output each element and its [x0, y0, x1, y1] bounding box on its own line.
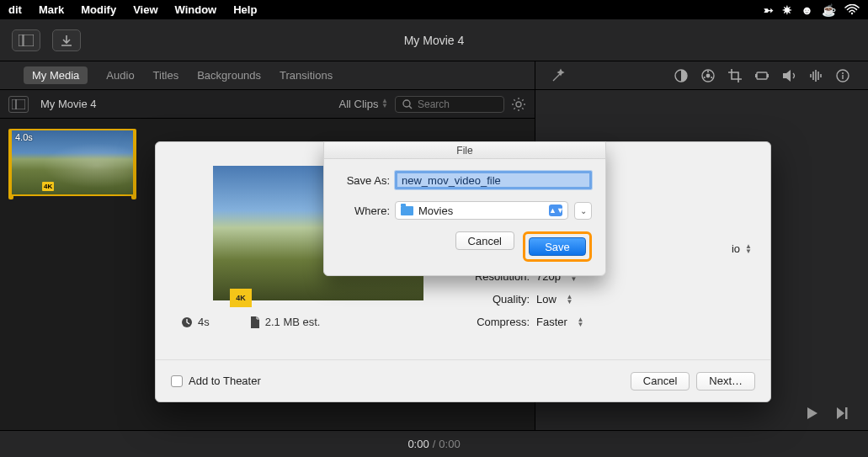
svg-point-0 — [851, 13, 853, 14]
menu-item-modify[interactable]: Modify — [81, 3, 116, 16]
svg-rect-1 — [19, 35, 23, 46]
search-icon — [402, 99, 413, 109]
save-as-input[interactable] — [395, 171, 592, 189]
save-dialog-title: File — [324, 142, 605, 159]
export-format-select[interactable]: io — [732, 242, 740, 255]
wifi-icon[interactable] — [844, 4, 860, 15]
svg-rect-32 — [842, 75, 843, 79]
compress-label: Compress: — [454, 316, 530, 328]
toolbar-import-button[interactable] — [52, 29, 81, 51]
svg-point-19 — [707, 71, 709, 72]
expand-dialog-button[interactable]: ⌄ — [574, 202, 592, 220]
compress-select[interactable]: Faster ▲▼ — [536, 316, 583, 328]
where-select[interactable]: Movies ▲▼ — [395, 201, 568, 220]
folder-icon — [401, 206, 413, 215]
clip-duration: 4.0s — [15, 132, 33, 142]
svg-line-15 — [522, 99, 524, 101]
where-label: Where: — [338, 205, 390, 217]
add-to-theater-checkbox[interactable]: Add to Theater — [171, 375, 261, 387]
tray-icon[interactable]: ☻ — [801, 3, 813, 17]
search-field[interactable] — [395, 96, 504, 113]
svg-rect-4 — [16, 99, 25, 109]
svg-point-18 — [706, 73, 711, 77]
search-input[interactable] — [418, 98, 493, 110]
viewer-toolbar — [535, 61, 868, 90]
menu-bar: dit Mark Modify View Window Help ➳ ✷ ☻ ☕ — [0, 0, 868, 19]
info-icon[interactable] — [834, 67, 851, 84]
tray-icon[interactable]: ✷ — [782, 3, 792, 17]
settings-gear-icon[interactable] — [511, 97, 526, 112]
file-icon — [250, 316, 260, 328]
chevron-updown-icon: ▲▼ — [549, 205, 562, 216]
magic-wand-icon[interactable] — [551, 68, 566, 83]
tab-backgrounds[interactable]: Backgrounds — [197, 69, 261, 82]
save-button-highlight: Save — [523, 231, 592, 262]
total-time: 0:00 — [439, 438, 460, 450]
tab-my-media[interactable]: My Media — [24, 66, 88, 84]
project-title: My Movie 4 — [81, 34, 787, 47]
add-to-theater-label: Add to Theater — [189, 375, 261, 387]
preview-duration: 4s — [181, 316, 210, 328]
save-cancel-button[interactable]: Cancel — [455, 231, 514, 250]
svg-point-20 — [711, 76, 712, 77]
svg-line-6 — [409, 106, 412, 109]
preview-size: 2.1 MB est. — [250, 316, 321, 328]
svg-point-31 — [842, 72, 844, 74]
save-as-label: Save As: — [338, 174, 390, 187]
clip-4k-badge: 4K — [42, 182, 54, 191]
menu-item-help[interactable]: Help — [233, 3, 257, 16]
svg-line-14 — [514, 108, 515, 109]
color-balance-icon[interactable] — [673, 67, 690, 84]
export-next-button[interactable]: Next… — [696, 372, 755, 391]
tab-audio[interactable]: Audio — [106, 69, 134, 82]
svg-rect-23 — [755, 74, 757, 77]
playhead-time: 0:00 — [407, 438, 429, 450]
timeline-footer: 0:00 / 0:00 — [0, 430, 868, 457]
svg-rect-22 — [757, 72, 767, 79]
save-button[interactable]: Save — [529, 237, 586, 256]
svg-line-13 — [522, 108, 524, 109]
skip-forward-icon[interactable] — [834, 406, 849, 421]
svg-line-12 — [514, 99, 515, 101]
quality-label: Quality: — [454, 293, 530, 306]
tray-icon[interactable]: ➳ — [764, 3, 774, 17]
svg-point-5 — [403, 100, 410, 107]
crop-icon[interactable] — [727, 67, 743, 84]
stabilize-icon[interactable] — [754, 67, 770, 84]
svg-point-21 — [704, 76, 706, 77]
svg-point-7 — [516, 102, 521, 107]
menu-item-mark[interactable]: Mark — [39, 3, 64, 16]
media-tabs: My Media Audio Titles Backgrounds Transi… — [0, 61, 535, 90]
library-header: My Movie 4 All Clips ▲▼ — [0, 90, 535, 119]
volume-icon[interactable] — [780, 67, 797, 84]
sidebar-toggle-button[interactable] — [8, 96, 29, 113]
menu-item-edit[interactable]: dit — [8, 3, 22, 16]
clock-icon — [181, 316, 193, 328]
noise-reduction-icon[interactable] — [807, 67, 824, 84]
quality-select[interactable]: Low ▲▼ — [536, 293, 572, 306]
tab-transitions[interactable]: Transitions — [280, 69, 333, 82]
color-wheel-icon[interactable] — [700, 67, 716, 84]
toolbar-library-button[interactable] — [12, 29, 40, 51]
svg-rect-33 — [845, 407, 848, 419]
preview-4k-badge: 4K — [230, 289, 252, 307]
play-icon[interactable] — [804, 406, 819, 421]
svg-rect-24 — [767, 74, 769, 77]
svg-rect-2 — [24, 35, 34, 46]
media-clip[interactable]: 4.0s 4K — [10, 129, 135, 196]
system-tray: ➳ ✷ ☻ ☕ — [764, 3, 860, 17]
window-toolbar: My Movie 4 — [0, 19, 868, 61]
save-dialog: File Save As: Where: Movies ▲▼ ⌄ Cancel … — [323, 141, 606, 276]
library-project-name[interactable]: My Movie 4 — [40, 98, 338, 110]
clip-scope-select[interactable]: All Clips ▲▼ — [338, 98, 388, 110]
export-cancel-button[interactable]: Cancel — [631, 372, 690, 391]
tray-icon[interactable]: ☕ — [822, 3, 836, 17]
menu-item-view[interactable]: View — [133, 3, 157, 16]
svg-rect-3 — [12, 99, 16, 109]
tab-titles[interactable]: Titles — [153, 69, 179, 82]
menu-item-window[interactable]: Window — [175, 3, 217, 16]
